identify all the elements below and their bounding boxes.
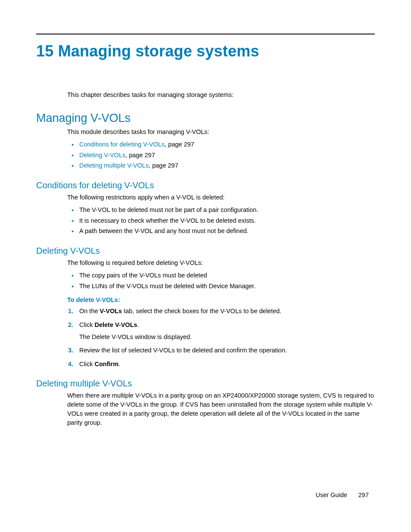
step-1: On the V-VOLs tab, select the check boxe… — [79, 307, 375, 316]
conditions-intro: The following restrictions apply when a … — [67, 193, 375, 202]
list-item: The V-VOL to be deleted must not be part… — [79, 205, 375, 215]
link-suffix: , page 297 — [165, 141, 194, 148]
page-footer: User Guide 297 — [315, 492, 369, 498]
link-suffix: , page 297 — [149, 162, 178, 169]
link-suffix: , page 297 — [125, 152, 155, 159]
list-item: It is necessary to check whether the V-V… — [79, 215, 375, 226]
step-2: Click Delete V-VOLs. The Delete V-VOLs w… — [79, 320, 375, 342]
chapter-intro: This chapter describes tasks for managin… — [67, 90, 375, 100]
managing-intro: This module describes tasks for managing… — [67, 128, 375, 137]
ui-term: V-VOLs — [100, 308, 122, 314]
page-number: 297 — [358, 492, 369, 498]
heading-managing-vvols: Managing V-VOLs — [36, 112, 375, 125]
ui-term: Confirm — [94, 361, 118, 367]
step-text: tab, select the check boxes for the V-VO… — [122, 308, 281, 314]
step-text: . — [118, 361, 120, 367]
footer-label: User Guide — [315, 492, 347, 498]
heading-deleting-multiple: Deleting multiple V-VOLs — [36, 379, 375, 389]
heading-conditions: Conditions for deleting V-VOLs — [36, 180, 375, 190]
chapter-title: 15 Managing storage systems — [36, 42, 375, 60]
step-text: . — [137, 321, 139, 328]
chapter-title-text: Managing storage systems — [58, 42, 259, 60]
page: 15 Managing storage systems This chapter… — [0, 0, 411, 532]
step-text: On the — [79, 308, 100, 314]
step-text: Click — [79, 321, 94, 328]
conditions-list: The V-VOL to be deleted must not be part… — [67, 205, 375, 236]
link-deleting[interactable]: Deleting V-VOLs — [79, 152, 125, 159]
step-text: Review the list of selected V-VOLs to be… — [79, 347, 287, 354]
list-item: The LUNs of the V-VOLs must be deleted w… — [79, 281, 375, 292]
step-text: Click — [79, 361, 94, 367]
list-item: The copy pairs of the V-VOLs must be del… — [79, 270, 375, 281]
step-3: Review the list of selected V-VOLs to be… — [79, 346, 375, 355]
list-item: A path between the V-VOL and any host mu… — [79, 226, 375, 236]
list-item: Deleting V-VOLs, page 297 — [79, 150, 375, 161]
list-item: Conditions for deleting V-VOLs, page 297 — [79, 139, 375, 150]
procedure-steps: On the V-VOLs tab, select the check boxe… — [67, 307, 375, 369]
managing-link-list: Conditions for deleting V-VOLs, page 297… — [67, 139, 375, 171]
procedure-title: To delete V-VOLs: — [67, 296, 375, 303]
ui-term: Delete V-VOLs — [94, 321, 137, 328]
link-conditions[interactable]: Conditions for deleting V-VOLs — [79, 141, 165, 148]
step-result: The Delete V-VOLs window is displayed. — [79, 333, 375, 342]
link-deleting-multiple[interactable]: Deleting multiple V-VOLs — [79, 162, 149, 169]
list-item: Deleting multiple V-VOLs, page 297 — [79, 160, 375, 171]
deleting-intro: The following is required before deletin… — [67, 258, 375, 268]
deleting-prereq-list: The copy pairs of the V-VOLs must be del… — [67, 270, 375, 291]
chapter-number: 15 — [36, 42, 53, 60]
deleting-multiple-body: When there are multiple V-VOLs in a pari… — [67, 391, 375, 427]
heading-deleting: Deleting V-VOLs — [36, 246, 375, 256]
step-4: Click Confirm. — [79, 360, 375, 369]
top-rule — [36, 34, 375, 34]
